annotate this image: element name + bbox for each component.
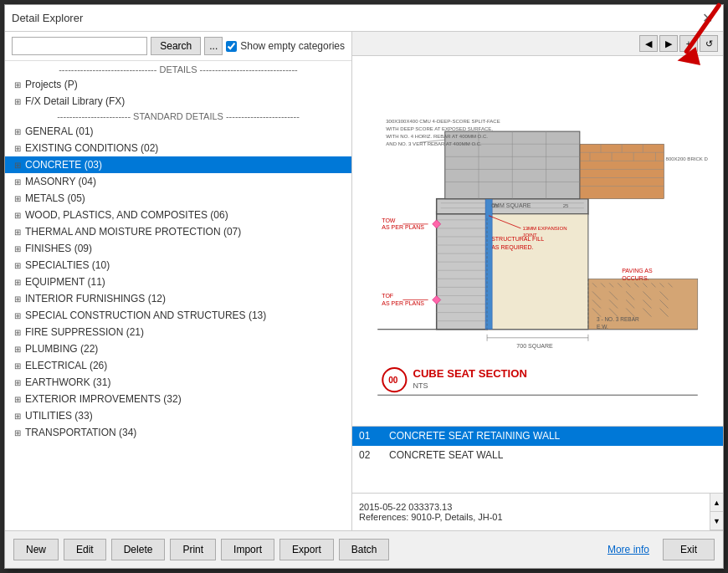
expander-existing: ⊞ [12,142,23,154]
edit-button[interactable]: Edit [64,539,106,560]
tree-item-thermal[interactable]: ⊞ THERMAL AND MOISTURE PROTECTION (07) [5,223,351,240]
svg-text:JOINT: JOINT [522,233,537,238]
svg-text:800X200 BRICK D: 800X200 BRICK D [666,156,709,161]
svg-text:3 - NO. 3 REBAR: 3 - NO. 3 REBAR [597,316,639,322]
info-line1: 2015-05-22 033373.13 [359,502,716,512]
show-empty-checkbox[interactable] [226,41,237,52]
svg-rect-50 [485,199,492,330]
details-list: 01 CONCRETE SEAT RETAINING WALL 02 CONCR… [352,426,723,493]
more-info-link[interactable]: More info [608,544,649,555]
tree-item-general[interactable]: ⊞ GENERAL (01) [5,123,351,140]
detail-explorer-dialog: Detail Explorer ✕ Search ... Show empty … [4,4,724,569]
tree-item-fire[interactable]: ⊞ FIRE SUPPRESSION (21) [5,324,351,340]
standard-separator: ------------------------ STANDARD DETAIL… [5,110,351,123]
tree-item-electrical[interactable]: ⊞ ELECTRICAL (26) [5,357,351,374]
expander-projects: ⊞ [12,79,23,90]
left-panel: Search ... Show empty categories -------… [5,32,352,530]
search-button[interactable]: Search [151,37,201,55]
dialog-title: Detail Explorer [12,12,83,24]
tree-item-fx-library[interactable]: ⊞ F/X Detail Library (FX) [5,93,351,110]
expander-wood: ⊞ [12,209,23,221]
expander-electrical: ⊞ [12,360,23,371]
info-scroll-down[interactable]: ▼ [710,512,723,530]
expander-specialties: ⊞ [12,259,23,271]
expander-metals: ⊞ [12,192,23,204]
svg-text:AS PER PLANS: AS PER PLANS [382,300,424,306]
details-separator: -------------------------------- DETAILS… [5,63,351,76]
expander-fire: ⊞ [12,326,23,338]
svg-text:00: 00 [388,376,398,385]
preview-add-button[interactable]: + [679,35,698,52]
more-options-button[interactable]: ... [204,37,223,55]
close-button[interactable]: ✕ [699,12,716,25]
expander-special: ⊞ [12,310,23,321]
expander-plumbing: ⊞ [12,343,23,355]
tree-item-projects[interactable]: ⊞ Projects (P) [5,76,351,93]
batch-button[interactable]: Batch [339,539,390,560]
svg-text:WITH NO. 4 HORIZ. REBAR AT 400: WITH NO. 4 HORIZ. REBAR AT 400MM O.C. [386,134,488,139]
preview-area: STRUCTURAL FILL AS REQUIRED. 13MM EXPANS… [352,56,723,426]
svg-text:300X300X400 CMU 4-DEEP-SCORE S: 300X300X400 CMU 4-DEEP-SCORE SPLIT-FACE [386,119,500,124]
expander-utilities: ⊞ [12,410,23,422]
svg-text:E.W.: E.W. [597,324,608,330]
tree-item-metals[interactable]: ⊞ METALS (05) [5,190,351,207]
expander-transportation: ⊞ [12,427,23,438]
details-list-item-1[interactable]: 02 CONCRETE SEAT WALL [352,446,723,465]
expander-equipment: ⊞ [12,276,23,288]
tree-item-plumbing[interactable]: ⊞ PLUMBING (22) [5,340,351,357]
right-panel: ◀ ▶ + ↺ [352,32,723,530]
tree-item-equipment[interactable]: ⊞ EQUIPMENT (11) [5,274,351,290]
main-content: Search ... Show empty categories -------… [5,32,723,530]
tree-item-existing[interactable]: ⊞ EXISTING CONDITIONS (02) [5,140,351,156]
svg-text:AS REQUIRED.: AS REQUIRED. [491,244,533,251]
tree-item-utilities[interactable]: ⊞ UTILITIES (33) [5,407,351,424]
expander-interior: ⊞ [12,293,23,304]
preview-toolbar: ◀ ▶ + ↺ [352,32,723,56]
tree-item-earthwork[interactable]: ⊞ EARTHWORK (31) [5,374,351,391]
exit-button[interactable]: Exit [663,539,715,560]
title-bar: Detail Explorer ✕ [5,5,723,32]
expander-general: ⊞ [12,125,23,137]
tree-item-masonry[interactable]: ⊞ MASONRY (04) [5,173,351,190]
info-line2: References: 9010-P, Details, JH-01 [359,512,716,522]
expander-finishes: ⊞ [12,243,23,254]
svg-text:13MM EXPANSION: 13MM EXPANSION [522,226,567,231]
delete-button[interactable]: Delete [111,539,166,560]
tree-item-transportation[interactable]: ⊞ TRANSPORTATION (34) [5,424,351,441]
print-button[interactable]: Print [170,539,216,560]
svg-text:25: 25 [493,203,499,208]
show-empty-label[interactable]: Show empty categories [226,40,345,52]
svg-text:TOW: TOW [382,217,396,223]
new-button[interactable]: New [13,539,59,560]
details-list-item-0[interactable]: 01 CONCRETE SEAT RETAINING WALL [352,427,723,446]
tree-item-interior[interactable]: ⊞ INTERIOR FURNISHINGS (12) [5,290,351,307]
info-scroll-up[interactable]: ▲ [710,494,723,512]
svg-text:AS PER PLANS: AS PER PLANS [382,224,424,230]
svg-text:25: 25 [563,203,569,208]
tree-item-special[interactable]: ⊞ SPECIAL CONSTRUCTION AND STRUCTURES (1… [5,307,351,324]
preview-prev-button[interactable]: ◀ [639,35,658,52]
tree-item-wood[interactable]: ⊞ WOOD, PLASTICS, AND COMPOSITES (06) [5,207,351,223]
tree-item-exterior[interactable]: ⊞ EXTERIOR IMPROVEMENTS (32) [5,391,351,407]
expander-concrete: ⊞ [12,159,23,171]
svg-text:AND NO. 3 VERT REBAR AT 400MM : AND NO. 3 VERT REBAR AT 400MM O.C. [386,141,482,146]
svg-text:PAVING AS: PAVING AS [622,268,653,274]
expander-masonry: ⊞ [12,176,23,187]
tree-item-concrete[interactable]: ⊞ CONCRETE (03) [5,156,351,173]
bottom-right: More info Exit [608,539,715,560]
expander-fx: ⊞ [12,95,23,107]
preview-refresh-button[interactable]: ↺ [700,35,718,52]
info-scrollbar[interactable]: ▲ ▼ [710,494,723,530]
export-button[interactable]: Export [279,539,334,560]
svg-text:NTS: NTS [413,381,428,390]
action-buttons: New Edit Delete Print Import Export Batc… [13,539,389,560]
tree-container[interactable]: -------------------------------- DETAILS… [5,61,351,530]
info-bar: 2015-05-22 033373.13 References: 9010-P,… [352,493,723,530]
search-input[interactable] [12,37,147,55]
tree-item-finishes[interactable]: ⊞ FINISHES (09) [5,240,351,257]
tree-item-specialties[interactable]: ⊞ SPECIALTIES (10) [5,257,351,274]
import-button[interactable]: Import [221,539,274,560]
search-bar: Search ... Show empty categories [5,32,351,61]
preview-next-button[interactable]: ▶ [659,35,678,52]
svg-text:TOF: TOF [382,293,394,299]
